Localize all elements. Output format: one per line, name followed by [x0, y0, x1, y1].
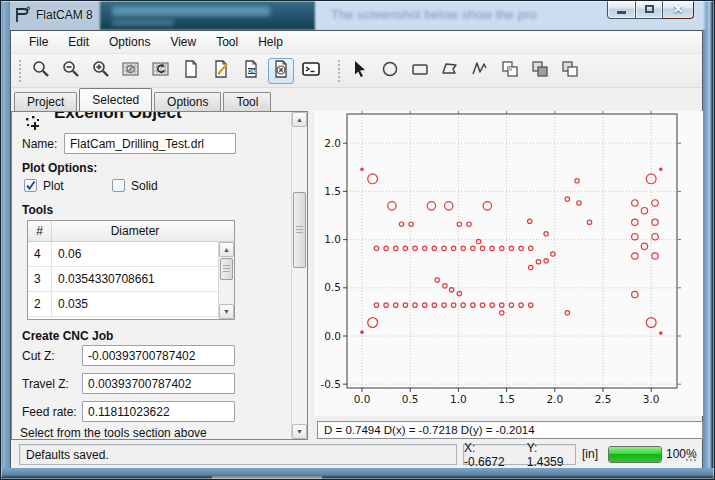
drill-hole-marker — [528, 219, 532, 223]
drill-hole-marker — [394, 246, 398, 250]
command-shell-button[interactable] — [298, 58, 324, 84]
resize-grip-icon[interactable] — [684, 449, 698, 466]
drill-hole-marker — [394, 303, 398, 307]
drill-hole-marker — [471, 303, 475, 307]
tool-diameter: 0.035 — [52, 292, 234, 316]
column-header-diameter[interactable]: Diameter — [52, 221, 218, 241]
svg-text:2.0: 2.0 — [546, 393, 563, 405]
tab-options[interactable]: Options — [154, 92, 221, 111]
subtract-icon — [560, 59, 580, 83]
zoom-out-icon — [61, 59, 81, 83]
toolbar-separator — [338, 60, 342, 82]
zoom-out-button[interactable] — [58, 58, 84, 84]
clear-plot-icon — [121, 59, 141, 83]
drill-plot[interactable]: 0.00.51.01.52.02.53.0-0.50.00.51.01.52.0 — [314, 111, 703, 416]
file-cancel-button[interactable] — [268, 58, 294, 84]
selected-tab-panel: Excellon Object Name: Plot Options: Plot… — [11, 111, 308, 440]
menu-help[interactable]: Help — [248, 32, 293, 52]
union-button[interactable] — [497, 58, 523, 84]
titlebar[interactable]: The screenshot below show the pro FlatCA… — [0, 0, 715, 30]
draw-polyline-button[interactable] — [467, 58, 493, 84]
scroll-up-icon[interactable]: ▲ — [292, 112, 307, 127]
coordinate-x: X: -0.6672 — [464, 441, 517, 469]
status-bar: Defaults saved. X: -0.6672 Y: 1.4359 [in… — [11, 441, 702, 468]
file-open-button[interactable] — [208, 58, 234, 84]
window-right-border — [703, 0, 715, 480]
drill-hole-marker — [435, 278, 439, 282]
clear-plot-button[interactable] — [118, 58, 144, 84]
cnc-heading: Create CNC Job — [22, 329, 113, 343]
window-bottom-border — [0, 468, 715, 480]
zoom-fit-button[interactable] — [28, 58, 54, 84]
draw-polyline-icon — [470, 59, 490, 83]
tab-selected[interactable]: Selected — [79, 88, 152, 111]
tools-heading: Tools — [22, 203, 53, 217]
excellon-drill-icon — [24, 115, 42, 133]
scroll-up-icon[interactable]: ▲ — [219, 242, 234, 257]
tab-project[interactable]: Project — [14, 92, 77, 111]
maximize-button[interactable] — [636, 0, 663, 19]
flatcam-window: The screenshot below show the pro FlatCA… — [0, 0, 715, 480]
drill-hole-marker — [413, 246, 417, 250]
scroll-down-icon[interactable]: ▼ — [219, 304, 234, 319]
zoom-fit-icon — [31, 59, 51, 83]
tab-tool[interactable]: Tool — [223, 92, 271, 111]
drill-hole-marker — [529, 246, 533, 250]
svg-text:2.0: 2.0 — [324, 137, 341, 149]
svg-text:0.0: 0.0 — [324, 330, 341, 342]
intersection-button[interactable] — [527, 58, 553, 84]
scrollbar-thumb[interactable] — [293, 192, 306, 268]
drill-hole-marker — [403, 303, 407, 307]
replot-button[interactable] — [148, 58, 174, 84]
column-header-number[interactable]: # — [28, 221, 52, 241]
name-input[interactable] — [64, 133, 236, 154]
tools-hint: Select from the tools section above — [20, 426, 207, 440]
tool-row[interactable]: 40.06 — [28, 242, 234, 267]
subtract-button[interactable] — [557, 58, 583, 84]
menu-edit[interactable]: Edit — [58, 32, 99, 52]
drill-hole-marker — [361, 331, 363, 333]
svg-text:0.5: 0.5 — [402, 393, 419, 405]
scrollbar-thumb[interactable] — [220, 258, 233, 280]
drill-hole-marker — [565, 311, 569, 315]
menu-file[interactable]: File — [19, 32, 58, 52]
svg-text:1.0: 1.0 — [324, 233, 341, 245]
draw-polygon-button[interactable] — [437, 58, 463, 84]
panel-scrollbar[interactable]: ▲ ▼ — [291, 112, 307, 439]
drill-hole-marker — [445, 202, 453, 210]
file-ok-button[interactable]: Ok — [238, 58, 264, 84]
drill-hole-marker — [422, 246, 426, 250]
drill-hole-marker — [442, 303, 446, 307]
select-arrow-button[interactable] — [347, 58, 373, 84]
plot-checkbox-label[interactable]: Plot — [43, 179, 64, 193]
menu-tool[interactable]: Tool — [206, 32, 248, 52]
file-ok-icon: Ok — [241, 59, 261, 83]
menu-view[interactable]: View — [160, 32, 206, 52]
feed-rate-input[interactable] — [82, 401, 235, 422]
zoom-in-button[interactable] — [88, 58, 114, 84]
coordinate-y: Y: 1.4359 — [527, 441, 575, 469]
drill-hole-marker — [632, 234, 638, 240]
file-new-button[interactable] — [178, 58, 204, 84]
solid-checkbox[interactable] — [112, 179, 125, 192]
tools-table[interactable]: # Diameter 40.0630.035433070866120.035 ▲… — [27, 220, 235, 320]
tool-row[interactable]: 20.035 — [28, 292, 234, 317]
minimize-button[interactable] — [607, 0, 636, 19]
drill-hole-marker — [480, 246, 484, 250]
draw-circle-button[interactable] — [377, 58, 403, 84]
close-button[interactable]: ✕ — [663, 0, 694, 19]
scroll-down-icon[interactable]: ▼ — [292, 424, 307, 439]
menu-options[interactable]: Options — [99, 32, 160, 52]
tool-row[interactable]: 30.0354330708661 — [28, 267, 234, 292]
tools-table-scrollbar[interactable]: ▲ ▼ — [218, 242, 234, 319]
minimize-icon — [617, 11, 626, 14]
drill-hole-marker — [632, 253, 638, 259]
close-icon: ✕ — [673, 2, 683, 16]
cut-z-input[interactable] — [82, 345, 235, 366]
plot-checkbox[interactable] — [24, 179, 37, 192]
draw-rectangle-button[interactable] — [407, 58, 433, 84]
plot-canvas[interactable]: 0.00.51.01.52.02.53.0-0.50.00.51.01.52.0 — [314, 111, 703, 416]
toolbar-drag-handle[interactable] — [19, 60, 23, 82]
travel-z-input[interactable] — [82, 373, 235, 394]
solid-checkbox-label[interactable]: Solid — [131, 179, 158, 193]
